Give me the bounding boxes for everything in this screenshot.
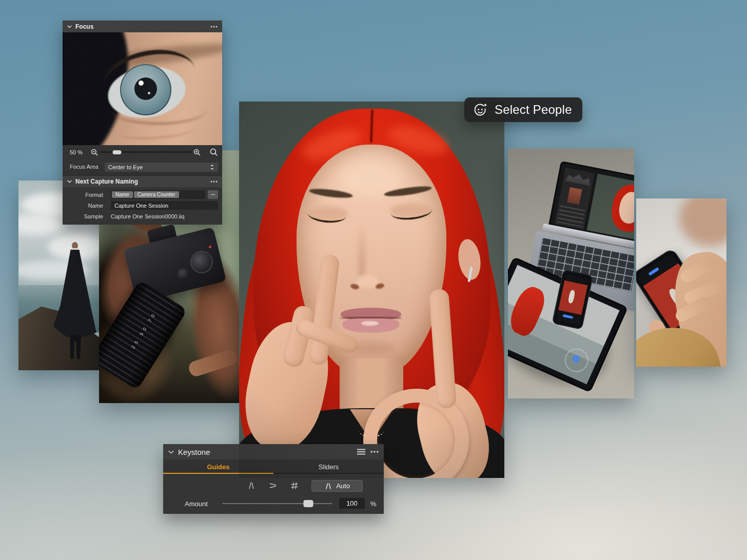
keystone-full-icon[interactable] xyxy=(287,479,302,492)
nose-shadow xyxy=(358,221,365,282)
skin-line xyxy=(117,121,195,141)
keystone-panel-header: Keystone xyxy=(163,444,384,459)
under-eye-crease xyxy=(110,94,207,125)
name-label: Name xyxy=(63,203,103,209)
format-token-name[interactable]: Name xyxy=(112,191,133,198)
focus-zoom-row: 50 % xyxy=(63,145,222,159)
zoom-slider[interactable] xyxy=(100,151,192,153)
format-label: Format xyxy=(63,192,103,198)
focus-loupe-icon[interactable] xyxy=(209,148,218,156)
phone-blue-button xyxy=(648,267,659,276)
chevron-down-icon[interactable] xyxy=(67,25,72,28)
sample-filename: Capture One Session0000.iiq xyxy=(111,213,185,219)
amount-slider-handle[interactable] xyxy=(303,500,313,507)
active-tab-underline xyxy=(163,473,273,474)
tab-sliders[interactable]: Sliders xyxy=(273,459,384,474)
keystone-panel: Keystone Guides Sliders xyxy=(163,444,384,514)
keystone-horizontal-icon[interactable] xyxy=(265,479,281,492)
naming-panel-title: Next Capture Naming xyxy=(75,178,138,185)
blurred-person xyxy=(679,198,726,247)
amount-value: 100 xyxy=(346,499,358,507)
ellipsis-menu-icon[interactable] xyxy=(370,451,379,453)
lip-gloss xyxy=(361,321,379,326)
zoom-out-icon[interactable] xyxy=(90,148,99,156)
format-token-field[interactable]: Name Camera Counter xyxy=(111,190,205,199)
focus-area-row: Focus Area Center to Eye xyxy=(63,159,222,175)
capture-one-promo-canvas: 25 50 70 xyxy=(0,0,747,560)
name-input[interactable]: Capture One Session xyxy=(111,201,218,210)
focus-area-select[interactable]: Center to Eye xyxy=(105,163,218,172)
photo-devices-on-concrete xyxy=(508,149,634,398)
ellipsis-menu-icon[interactable] xyxy=(210,26,218,28)
format-token-camera-counter[interactable]: Camera Counter xyxy=(134,191,179,198)
tablet-dial-dot xyxy=(572,354,581,364)
ellipsis-menu-icon[interactable] xyxy=(210,181,218,183)
amount-slider[interactable] xyxy=(222,503,332,504)
keystone-tools-row: Auto xyxy=(163,477,384,495)
keystone-vertical-icon xyxy=(324,483,332,490)
naming-panel-header: Next Capture Naming xyxy=(63,176,222,187)
zoom-slider-handle[interactable] xyxy=(113,150,122,154)
hamburger-menu-icon[interactable] xyxy=(357,449,365,455)
focus-panel-header: Focus xyxy=(63,21,222,32)
zoom-in-icon[interactable] xyxy=(193,148,201,156)
amount-label: Amount xyxy=(185,500,208,508)
name-row: Name Capture One Session xyxy=(63,201,222,210)
keystone-panel-title: Keystone xyxy=(178,448,210,456)
zoom-level-value: 50 % xyxy=(70,149,83,155)
chevron-down-icon[interactable] xyxy=(67,180,72,183)
chevron-down-icon[interactable] xyxy=(168,450,174,454)
format-row: Format Name Camera Counter xyxy=(63,190,222,199)
sample-row: Sample Capture One Session0000.iiq xyxy=(63,212,222,221)
name-input-value: Capture One Session xyxy=(114,203,168,209)
camera-red-dot xyxy=(209,246,211,248)
amount-unit: % xyxy=(370,500,377,508)
auto-label: Auto xyxy=(336,482,350,490)
sample-label: Sample xyxy=(63,213,103,219)
format-options-button[interactable] xyxy=(208,190,218,199)
focus-area-value: Center to Eye xyxy=(108,164,210,170)
inactive-tab-underline xyxy=(273,473,384,474)
next-capture-naming-panel: Next Capture Naming Format Name Camera C… xyxy=(63,175,222,225)
keystone-auto-button[interactable]: Auto xyxy=(311,480,363,492)
focus-preview-image[interactable] xyxy=(63,32,222,145)
select-people-label: Select People xyxy=(495,103,572,117)
focus-panel-title: Focus xyxy=(75,23,93,30)
photo-red-hair-portrait xyxy=(239,102,504,478)
keystone-tabs: Guides Sliders xyxy=(163,459,384,474)
chevron-up-down-icon xyxy=(210,164,214,171)
focus-panel: Focus 50 % xyxy=(63,21,222,175)
keystone-vertical-icon[interactable] xyxy=(244,479,259,492)
tab-guides[interactable]: Guides xyxy=(163,459,273,474)
focus-area-label: Focus Area xyxy=(70,164,99,170)
photo-phone-editing xyxy=(636,198,726,367)
tablet-edit-dial xyxy=(561,345,593,376)
amount-value-field[interactable]: 100 xyxy=(339,498,365,509)
tablet-red-coat-figure xyxy=(508,283,549,339)
select-people-button[interactable]: Select People xyxy=(464,97,582,122)
camera-dial xyxy=(177,268,189,281)
keystone-amount-row: Amount 100 % xyxy=(163,495,384,514)
face-detect-icon xyxy=(472,102,488,118)
